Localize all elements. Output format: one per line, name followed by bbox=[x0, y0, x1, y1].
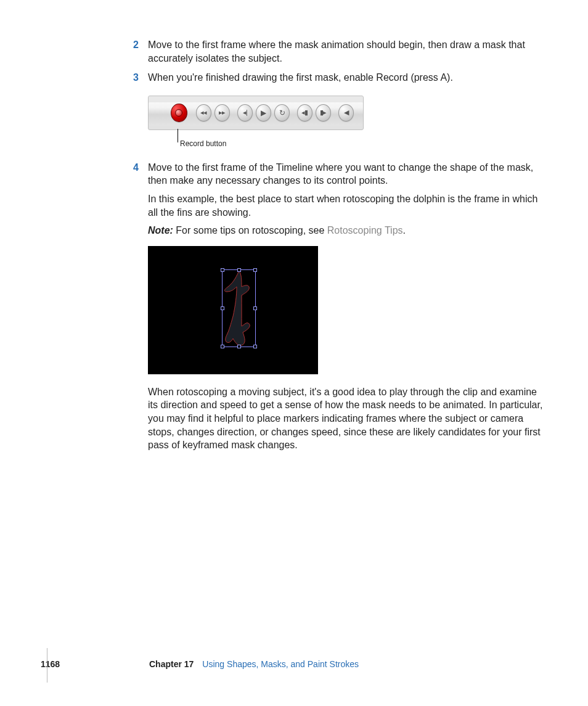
step-text: In this example, the best place to start… bbox=[148, 192, 545, 219]
record-button[interactable] bbox=[171, 104, 187, 122]
prev-frame-button[interactable]: ◂▮ bbox=[297, 104, 312, 121]
step-number: 2 bbox=[133, 38, 148, 65]
resize-handle[interactable] bbox=[221, 306, 224, 310]
step-3: 3 When you're finished drawing the first… bbox=[148, 71, 545, 84]
go-to-end-button[interactable]: ▸▸ bbox=[214, 104, 230, 121]
resize-handle[interactable] bbox=[237, 345, 241, 348]
play-button[interactable]: ▶ bbox=[256, 104, 271, 121]
play-icon: ▶ bbox=[261, 109, 266, 117]
go-to-end-icon: ▸▸ bbox=[219, 109, 225, 116]
resize-handle[interactable] bbox=[253, 306, 257, 310]
step-number: 4 bbox=[133, 161, 148, 457]
note-text: For some tips on rotoscoping, see bbox=[173, 225, 327, 236]
note-tail: . bbox=[403, 225, 406, 236]
note-line: Note: For some tips on rotoscoping, see … bbox=[148, 224, 545, 237]
prev-frame-icon: ◂▮ bbox=[301, 109, 308, 116]
canvas-preview bbox=[148, 246, 318, 374]
note-label: Note: bbox=[148, 225, 173, 236]
step-text: Move to the first frame of the Timeline … bbox=[148, 161, 545, 187]
rotoscoping-tips-link[interactable]: Rotoscoping Tips bbox=[327, 225, 403, 236]
page-number: 1168 bbox=[41, 659, 86, 670]
selection-bounding-box[interactable] bbox=[222, 269, 256, 347]
footer-rule bbox=[47, 648, 47, 683]
body-paragraph: When rotoscoping a moving subject, it's … bbox=[148, 385, 545, 452]
resize-handle[interactable] bbox=[253, 268, 257, 272]
next-frame-button[interactable]: ▮▸ bbox=[316, 104, 331, 121]
resize-handle[interactable] bbox=[237, 268, 241, 272]
record-icon bbox=[175, 109, 182, 117]
loop-button[interactable]: ↻ bbox=[274, 104, 290, 121]
loop-icon: ↻ bbox=[279, 109, 285, 117]
transport-toolbar: ◂◂ ▸▸ ◂| ▶ ↻ ◂▮ ▮▸ ◀ bbox=[148, 96, 364, 130]
play-from-start-button[interactable]: ◂| bbox=[237, 104, 253, 121]
mute-button[interactable]: ◀ bbox=[338, 104, 354, 121]
go-to-start-button[interactable]: ◂◂ bbox=[196, 104, 211, 121]
step-2: 2 Move to the first frame where the mask… bbox=[148, 38, 545, 65]
chapter-title: Using Shapes, Masks, and Paint Strokes bbox=[202, 659, 359, 670]
chapter-label: Chapter 17 bbox=[149, 659, 194, 670]
resize-handle[interactable] bbox=[221, 345, 224, 348]
play-from-start-icon: ◂| bbox=[243, 109, 247, 116]
page-footer: 1168 Chapter 17 Using Shapes, Masks, and… bbox=[41, 659, 546, 670]
callout-line bbox=[178, 129, 178, 142]
step-number: 3 bbox=[133, 71, 148, 84]
resize-handle[interactable] bbox=[221, 268, 224, 272]
step-text: Move to the first frame where the mask a… bbox=[148, 38, 545, 65]
step-4: 4 Move to the first frame of the Timelin… bbox=[148, 161, 545, 457]
resize-handle[interactable] bbox=[253, 345, 257, 348]
transport-toolbar-figure: ◂◂ ▸▸ ◂| ▶ ↻ ◂▮ ▮▸ ◀ Record button bbox=[148, 96, 545, 130]
callout-label: Record button bbox=[180, 139, 226, 149]
next-frame-icon: ▮▸ bbox=[320, 109, 326, 116]
step-text: When you're finished drawing the first m… bbox=[148, 71, 545, 84]
go-to-start-icon: ◂◂ bbox=[200, 109, 206, 116]
speaker-icon: ◀ bbox=[344, 109, 348, 116]
